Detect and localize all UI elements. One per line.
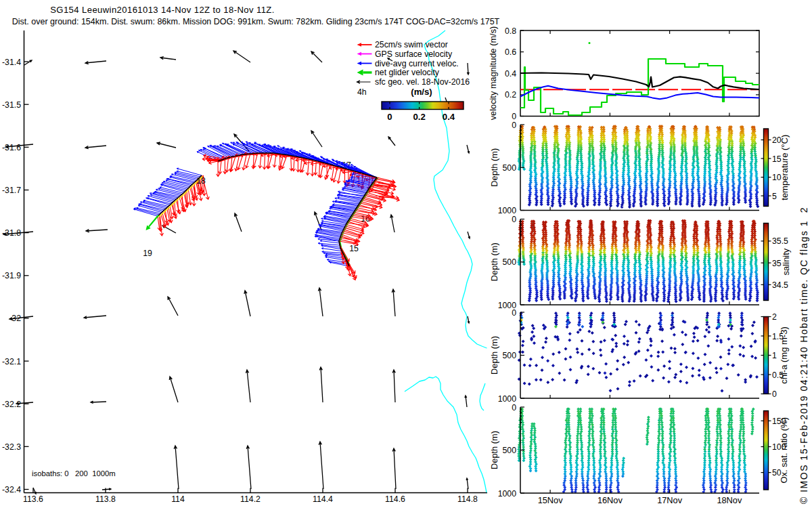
svg-text:0.8: 0.8 — [505, 26, 516, 36]
svg-text:Dist. over ground: 154km. Dist: Dist. over ground: 154km. Dist. swum: 86… — [12, 17, 500, 26]
svg-text:25cm/s swim vector: 25cm/s swim vector — [375, 40, 448, 49]
svg-text:net glider velocity: net glider velocity — [375, 68, 440, 77]
svg-text:SG154 Leeuwin20161013 14-Nov 1: SG154 Leeuwin20161013 14-Nov 12Z to 18-N… — [50, 5, 275, 15]
svg-text:0.4: 0.4 — [505, 69, 516, 79]
svg-text:Depth (m): Depth (m) — [489, 336, 499, 375]
svg-text:113.8: 113.8 — [95, 494, 116, 504]
svg-text:114.4: 114.4 — [313, 494, 333, 504]
svg-text:500: 500 — [502, 163, 516, 173]
svg-text:-31.7: -31.7 — [2, 186, 21, 195]
svg-text:-31.5: -31.5 — [2, 100, 21, 110]
svg-text:114.8: 114.8 — [457, 494, 478, 504]
svg-text:sfc geo. vel. 18-Nov-2016: sfc geo. vel. 18-Nov-2016 — [375, 77, 470, 87]
svg-text:GPS surface velocity: GPS surface velocity — [375, 49, 453, 59]
svg-text:114.2: 114.2 — [240, 494, 261, 504]
svg-text:18: 18 — [196, 176, 206, 186]
svg-text:500: 500 — [502, 257, 516, 267]
svg-text:isobaths: 0 200 1000m: isobaths: 0 200 1000m — [32, 469, 116, 478]
svg-text:5: 5 — [772, 192, 777, 201]
svg-text:17Nov: 17Nov — [657, 495, 683, 505]
svg-text:35: 35 — [772, 259, 782, 268]
svg-text:0: 0 — [512, 308, 516, 318]
svg-text:0: 0 — [512, 215, 516, 224]
svg-text:500: 500 — [502, 351, 516, 360]
svg-text:1000: 1000 — [498, 206, 517, 215]
svg-text:temperature (°C): temperature (°C) — [780, 135, 790, 200]
svg-text:Depth (m): Depth (m) — [489, 431, 499, 469]
svg-text:34.5: 34.5 — [772, 280, 788, 290]
svg-text:0: 0 — [772, 389, 777, 399]
svg-text:-32.4: -32.4 — [2, 485, 21, 494]
svg-text:1000: 1000 — [498, 489, 517, 499]
svg-text:0.2: 0.2 — [413, 112, 425, 122]
svg-text:19: 19 — [143, 249, 152, 258]
svg-text:Ox. sat. ratio (%): Ox. sat. ratio (%) — [779, 417, 789, 484]
svg-text:0.6: 0.6 — [505, 47, 516, 57]
svg-text:© IMOS 15-Feb-2019 04:21:40 Ho: © IMOS 15-Feb-2019 04:21:40 Hobart time.… — [798, 207, 809, 504]
svg-text:114: 114 — [171, 494, 185, 504]
svg-text:4h: 4h — [357, 87, 367, 97]
svg-text:15Nov: 15Nov — [538, 495, 564, 505]
svg-text:(m/s): (m/s) — [411, 87, 432, 97]
svg-text:500: 500 — [502, 446, 516, 455]
svg-text:0: 0 — [512, 121, 516, 130]
svg-text:1000: 1000 — [498, 394, 517, 404]
svg-text:16Nov: 16Nov — [597, 495, 623, 505]
svg-text:114.6: 114.6 — [385, 494, 405, 504]
svg-text:Depth (m): Depth (m) — [489, 148, 499, 187]
svg-text:Depth (m): Depth (m) — [489, 242, 499, 281]
svg-text:-31.4: -31.4 — [2, 58, 21, 67]
svg-text:0.4: 0.4 — [443, 112, 455, 122]
svg-text:dive-avg current veloc.: dive-avg current veloc. — [375, 59, 459, 68]
svg-text:0: 0 — [387, 112, 392, 122]
svg-text:35.5: 35.5 — [772, 236, 788, 246]
svg-text:-31.9: -31.9 — [2, 271, 21, 280]
svg-text:chl-a (mg m-3): chl-a (mg m-3) — [779, 326, 789, 384]
svg-text:-31.6: -31.6 — [2, 143, 21, 152]
svg-text:-32.3: -32.3 — [2, 442, 21, 452]
svg-text:0: 0 — [512, 403, 516, 412]
svg-text:18Nov: 18Nov — [717, 495, 742, 505]
svg-text:salinity: salinity — [781, 248, 791, 275]
svg-text:1: 1 — [772, 351, 777, 360]
svg-text:-32.1: -32.1 — [2, 357, 21, 366]
svg-text:2: 2 — [772, 312, 777, 322]
svg-text:0.2: 0.2 — [505, 90, 516, 100]
svg-text:velocity magnitude (m/s): velocity magnitude (m/s) — [488, 26, 498, 121]
svg-text:113.6: 113.6 — [23, 494, 43, 504]
